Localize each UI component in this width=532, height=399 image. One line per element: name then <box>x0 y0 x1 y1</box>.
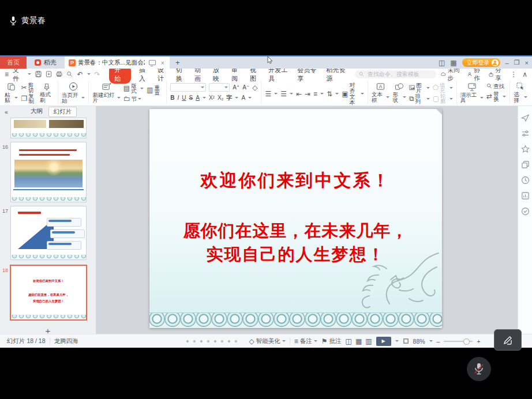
slide-thumbnail-16[interactable] <box>10 142 87 202</box>
fill-button[interactable]: ⬠填充 <box>433 82 453 93</box>
quick-tools-icon[interactable] <box>521 114 530 122</box>
chart-helper-icon[interactable] <box>521 191 530 200</box>
highlight-button[interactable]: A <box>241 95 245 101</box>
new-slide-button[interactable]: 新建幻灯片 <box>92 82 120 103</box>
zoom-in-button[interactable]: + <box>477 338 480 345</box>
zoom-out-button[interactable]: – <box>437 338 440 345</box>
history-icon[interactable] <box>521 176 530 185</box>
cut-button[interactable]: ✂剪切 <box>21 82 37 93</box>
slide-thumbnail-18-selected[interactable]: 欢迎你们来到中文系！ 愿你们在这里，在未来几年， 实现自己的人生梦想！ <box>10 265 87 321</box>
arrange-button[interactable]: ⧉排列 <box>409 93 430 104</box>
command-search[interactable] <box>355 70 436 78</box>
print-preview-icon[interactable] <box>66 71 73 77</box>
italic-button[interactable]: I <box>178 95 179 101</box>
play-options-icon[interactable] <box>395 340 399 342</box>
strikethrough-button[interactable]: S <box>189 95 193 101</box>
docer-tab[interactable]: 稻壳 <box>27 57 65 69</box>
clear-format-icon[interactable]: ◇ <box>252 84 257 91</box>
search-input[interactable] <box>366 70 432 78</box>
home-tab[interactable]: 首页 <box>0 57 27 69</box>
slide-thumbnail-15-partial[interactable] <box>10 118 87 138</box>
cast-icon[interactable] <box>149 60 156 65</box>
shapes-button[interactable]: 形状 <box>392 82 406 103</box>
close-window-button[interactable]: × <box>525 59 529 66</box>
effects-icon[interactable] <box>521 145 530 153</box>
slide-sorter-icon[interactable]: ▦ <box>355 337 362 345</box>
text-box-button[interactable]: A 文本框 <box>372 82 390 103</box>
presentation-tools-button[interactable]: 演示工具 <box>460 82 484 103</box>
font-family-select[interactable] <box>170 83 206 92</box>
decrease-font-button[interactable]: A⁻ <box>242 84 249 91</box>
section-button[interactable]: 🗀节 <box>123 95 144 102</box>
underline-button[interactable]: U <box>182 95 186 101</box>
print-icon[interactable] <box>56 71 62 77</box>
normal-view-icon[interactable]: ◫ <box>346 337 352 345</box>
zoom-slider[interactable] <box>444 341 473 342</box>
text-direction-icon[interactable]: ⇅ <box>327 91 332 97</box>
theme-name[interactable]: 龙腾四海 <box>54 337 78 345</box>
slides-tab[interactable]: 幻灯片 <box>48 107 77 117</box>
minimize-button[interactable]: – <box>505 59 509 66</box>
properties-icon[interactable] <box>521 129 530 138</box>
close-tab-icon[interactable]: × <box>160 59 166 66</box>
collapse-panel-button[interactable]: « <box>5 108 8 115</box>
current-slide[interactable]: 欢迎你们来到中文系！ 愿你们在这里，在未来几年， 实现自己的人生梦想！ <box>149 109 442 328</box>
picture-button[interactable]: 图片 <box>409 82 430 93</box>
slide-canvas[interactable]: 欢迎你们来到中文系！ 愿你们在这里，在未来几年， 实现自己的人生梦想！ <box>96 106 518 334</box>
login-button[interactable]: 立即登录 <box>462 58 500 67</box>
document-tab-active[interactable]: P 黄景春：中文系...见面会2022 × <box>65 57 170 69</box>
new-tab-button[interactable]: + <box>170 57 186 69</box>
format-painter-button[interactable]: 格式刷 <box>40 82 54 103</box>
superscript-button[interactable]: X² <box>209 95 215 101</box>
layers-icon[interactable] <box>521 160 530 169</box>
collapse-ribbon-icon[interactable]: ∧ <box>522 71 527 78</box>
slide-title-text[interactable]: 欢迎你们来到中文系！ <box>149 169 442 193</box>
kebab-menu-icon[interactable]: ⋮ <box>510 71 517 78</box>
reading-view-icon[interactable]: ▥ <box>365 337 372 345</box>
increase-indent-icon[interactable]: ⇥ <box>305 91 310 97</box>
increase-font-button[interactable]: A⁺ <box>233 84 239 91</box>
align-text-button[interactable]: ▣对齐文本 <box>342 82 364 106</box>
slide-body-text-line1[interactable]: 愿你们在这里，在未来几年， <box>149 220 442 243</box>
export-pdf-icon[interactable] <box>46 71 52 77</box>
fit-slide-icon[interactable] <box>403 338 409 344</box>
notes-button[interactable]: ≡备注 <box>294 337 317 345</box>
copy-button[interactable]: ❐复制 <box>21 93 37 104</box>
comments-button[interactable]: ⚑批注 <box>321 337 342 345</box>
find-button[interactable]: 查找 <box>486 83 506 89</box>
zoom-level[interactable]: 88% <box>413 338 425 345</box>
play-from-current-button[interactable]: 当页开始 <box>62 82 85 103</box>
bold-button[interactable]: B <box>170 95 174 101</box>
redo-icon[interactable]: ↷ <box>95 71 100 78</box>
undo-icon[interactable]: ↶ <box>77 71 83 78</box>
hamburger-icon[interactable]: ≡ <box>5 71 9 78</box>
char-tools-button[interactable]: 字 <box>226 94 232 102</box>
font-color-button[interactable]: A <box>196 95 200 101</box>
paste-button[interactable]: 粘贴 <box>5 82 18 103</box>
slide-thumbnail-17[interactable] <box>10 206 87 260</box>
font-size-select[interactable] <box>209 83 230 92</box>
zoom-slider-knob[interactable] <box>463 338 470 345</box>
layout-button[interactable]: ▤版式 <box>123 83 144 94</box>
decrease-indent-icon[interactable]: ⇤ <box>296 91 302 97</box>
outline-button[interactable]: ▢轮廓 <box>433 93 453 104</box>
save-icon[interactable] <box>35 71 42 77</box>
subscript-button[interactable]: X₂ <box>218 95 224 101</box>
bullet-list-icon[interactable]: ☰ <box>265 91 271 97</box>
split-view-icon[interactable]: ◫ <box>439 59 445 66</box>
play-slideshow-button[interactable]: ▶ <box>376 337 391 346</box>
mute-microphone-button[interactable] <box>467 357 491 381</box>
undo-dropdown-icon[interactable] <box>87 73 91 75</box>
slide-dot-navigation[interactable] <box>186 340 237 342</box>
line-spacing-icon[interactable]: ≡ <box>313 91 317 97</box>
replace-button[interactable]: ⇄替换 <box>486 91 506 102</box>
reset-button[interactable]: ▥重置 <box>147 85 163 96</box>
badge-icon[interactable] <box>521 207 530 216</box>
smart-beautify-button[interactable]: ◇ 智能美化 <box>249 337 286 345</box>
outline-tab[interactable]: 大纲 <box>26 107 47 117</box>
select-button[interactable]: 选择 <box>514 82 527 103</box>
tab-grid-icon[interactable]: ▦ <box>450 59 456 66</box>
numbered-list-icon[interactable]: ☰ <box>280 91 287 97</box>
annotation-tool-button[interactable] <box>494 329 522 351</box>
restore-button[interactable]: ❐ <box>514 59 520 66</box>
